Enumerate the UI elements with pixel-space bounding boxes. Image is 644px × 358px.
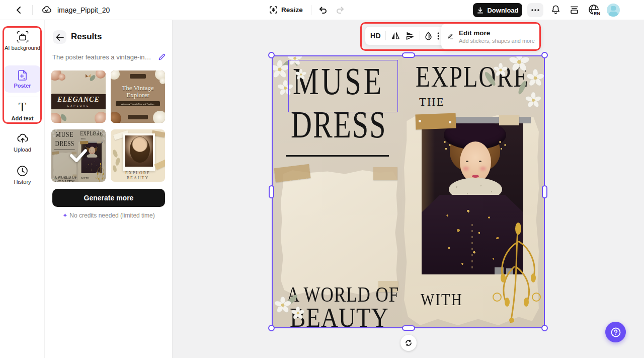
edit-pencil-icon [447, 32, 454, 41]
resize-handle-bottom[interactable] [402, 325, 415, 331]
flip-vertical-icon[interactable] [406, 31, 415, 41]
rail-divider [7, 97, 38, 97]
toolbar-separator [420, 31, 420, 40]
redo-icon[interactable] [335, 5, 345, 15]
bottom-label-chip [128, 115, 148, 119]
gold-sprig [441, 137, 454, 153]
more-tools-icon[interactable] [437, 32, 439, 40]
sparkle-icon: ✦ [62, 212, 67, 219]
pin-dot [449, 121, 451, 123]
selected-poster-object[interactable]: MUSE DRESS A WORLD OF BEAUTY EXPLORE THE [272, 55, 545, 328]
sidebar-item-ai-background[interactable]: AI background [0, 30, 45, 51]
sidebar-item-add-text[interactable]: T Add text [0, 101, 45, 122]
thumb2-subtitle: A Journey Through Time and Tradition [121, 103, 154, 105]
more-options-button[interactable] [527, 3, 543, 17]
history-label: History [0, 179, 45, 185]
thumb2-title-line2: Explorer [111, 92, 165, 99]
question-mark-icon [610, 327, 621, 338]
thumb4-line1: EXPLORE [111, 171, 165, 175]
resize-handle-left[interactable] [269, 185, 274, 198]
pippit-editor: image_Pippit_20 Resize Download EN [0, 0, 644, 358]
eye-shape [466, 161, 468, 162]
rose-decoration [95, 112, 106, 123]
flower-cluster [470, 55, 545, 124]
resize-button[interactable]: Resize [269, 6, 303, 14]
result-thumbnail-elegance[interactable]: ELEGANCE EXPLORE [51, 70, 106, 123]
sidebar-item-upload[interactable]: Upload [0, 132, 45, 153]
tape-piece [373, 167, 397, 180]
svg-text:EN: EN [594, 11, 600, 16]
rotate-handle[interactable] [400, 335, 417, 351]
add-text-label: Add text [0, 115, 45, 122]
resize-handle-bottom-left[interactable] [268, 325, 275, 331]
avatar-head [611, 6, 616, 11]
leaf-branch-decoration [112, 150, 122, 172]
hd-enhance-button[interactable]: HD [370, 32, 381, 40]
selected-check-icon [69, 149, 88, 163]
poster-with[interactable]: WITH [421, 290, 463, 309]
resize-handle-top-right[interactable] [541, 52, 548, 58]
generate-more-button[interactable]: Generate more [52, 189, 165, 207]
back-icon[interactable] [15, 6, 23, 14]
sidebar-item-poster-active[interactable]: Poster [4, 65, 41, 93]
avatar-body [609, 12, 618, 17]
tape-piece [154, 159, 165, 170]
rose-decoration [58, 74, 65, 81]
resize-handle-right[interactable] [542, 185, 547, 198]
undo-icon[interactable] [318, 5, 328, 15]
flip-horizontal-icon[interactable] [390, 31, 400, 40]
thumb1-subtitle: EXPLORE [51, 104, 106, 107]
thumb4-portrait [125, 135, 153, 167]
panel-title: Results [71, 32, 102, 42]
flower-cluster [272, 276, 323, 328]
download-icon [476, 7, 484, 14]
cheek-shape [480, 167, 486, 171]
thumb2-title: The Vintage Explorer [111, 85, 165, 99]
upload-label: Upload [0, 147, 45, 153]
adjust-droplet-icon[interactable] [424, 31, 433, 41]
resize-handle-top[interactable] [402, 52, 415, 58]
download-button[interactable]: Download [473, 3, 522, 17]
result-thumbnail-vintage-explorer[interactable]: The Vintage Explorer A Journey Through T… [111, 70, 165, 123]
topbar-divider-2 [311, 5, 311, 15]
edit-more-text: Edit more Add stickers, shapes and more [459, 29, 535, 44]
poster-the[interactable]: THE [419, 96, 445, 109]
thumb1-title: ELEGANCE [51, 96, 106, 104]
user-avatar[interactable] [607, 4, 620, 17]
result-thumbnail-muse-dress-selected[interactable]: MUSE DRESS A WORLD OF BEAUTY EXPLORE THE [51, 129, 106, 182]
button-row [471, 224, 473, 272]
credits-note: ✦No credits needed (limited time) [52, 212, 165, 219]
panel-back-button[interactable] [53, 30, 66, 44]
notifications-bell-icon[interactable] [550, 5, 561, 15]
rose-decoration [51, 113, 61, 123]
poster-art[interactable]: MUSE DRESS A WORLD OF BEAUTY EXPLORE THE [272, 55, 545, 328]
print-tray-icon[interactable] [569, 5, 580, 15]
add-text-icon: T [0, 101, 45, 114]
sidebar-item-history[interactable]: History [0, 165, 45, 185]
poster-divider-line [286, 155, 389, 157]
edit-prompt-pencil-icon[interactable] [158, 53, 166, 61]
document-title[interactable]: image_Pippit_20 [57, 6, 110, 14]
language-globe-icon[interactable]: EN [588, 4, 601, 17]
flower-decoration [159, 78, 165, 84]
toolbar-separator [385, 31, 386, 40]
rose-decoration [96, 70, 106, 79]
flower-decoration [111, 70, 120, 80]
result-thumbnail-explore-beauty[interactable]: EXPLORE BEAUTY [111, 129, 165, 182]
resize-handle-top-left[interactable] [268, 52, 275, 58]
pin-dot [419, 120, 421, 122]
results-panel: Results The poster features a vintage-in… [45, 20, 173, 358]
history-clock-icon [16, 165, 29, 177]
help-button[interactable] [605, 322, 626, 342]
thumb2-title-line1: The Vintage [111, 85, 165, 92]
poster-label: Poster [4, 83, 41, 89]
ai-background-icon [16, 30, 29, 43]
gold-sprig [496, 137, 509, 153]
butterfly-decoration [85, 74, 92, 80]
gold-ornament [483, 222, 543, 327]
resize-handle-bottom-right[interactable] [541, 325, 548, 331]
image-toolbar: HD [365, 26, 445, 45]
download-label: Download [487, 7, 518, 14]
edit-more-title: Edit more [459, 29, 535, 37]
edit-more-button[interactable]: Edit more Add stickers, shapes and more [441, 24, 541, 49]
